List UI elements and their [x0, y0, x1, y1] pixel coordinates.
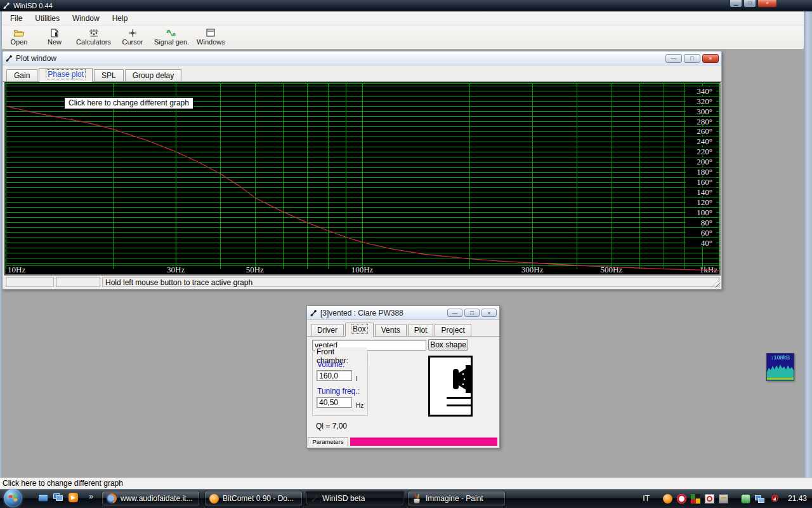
tray-remove-hardware-icon[interactable]	[741, 494, 750, 504]
plot-close-button[interactable]: ×	[702, 54, 719, 63]
volume-label: Volume:	[317, 360, 344, 369]
plot-tab-strip: Gain Phase plot SPL Group delay	[3, 65, 721, 82]
tab-phase-plot[interactable]: Phase plot	[39, 68, 93, 82]
menu-item-file[interactable]: File	[4, 13, 29, 24]
tray-volume-muted-icon[interactable]	[769, 494, 778, 504]
tray-blocked-app-icon[interactable]	[705, 494, 714, 504]
toolbar-button-calculators[interactable]: Calculators	[76, 27, 111, 48]
plot-minimize-button[interactable]: —	[665, 54, 682, 63]
tab-box[interactable]: Box	[345, 323, 374, 337]
svg-text:160°: 160°	[697, 177, 712, 187]
speaker-box-drawing	[430, 358, 471, 415]
wrench-icon	[310, 309, 317, 317]
svg-text:120°: 120°	[697, 197, 712, 207]
tray-quad-color-icon[interactable]	[691, 494, 700, 504]
language-indicator[interactable]: IT	[643, 494, 650, 503]
status-bar-text: Click here to change different graph	[3, 479, 123, 488]
tray-keyboard-icon[interactable]	[719, 494, 728, 504]
taskbar-button-browser[interactable]: www.audiofaidate.it...	[102, 491, 200, 506]
svg-text:180°: 180°	[697, 167, 712, 177]
parameters-accent-bar	[350, 438, 497, 446]
menu-bar: File Utilities Window Help	[0, 11, 812, 25]
ql-value-text: Ql = 7,00	[316, 422, 347, 431]
quick-launch-overflow-chevron[interactable]: »	[89, 491, 93, 501]
project-minimize-button[interactable]: —	[447, 309, 462, 317]
tray-network-icon[interactable]	[755, 494, 764, 504]
phase-plot-chart[interactable]: 340°320°300°280°260°240°220°200°180°160°…	[6, 83, 719, 274]
app-status-bar: Click here to change different graph	[0, 478, 812, 489]
tray-bitcomet-icon[interactable]	[663, 494, 672, 504]
media-player-icon[interactable]: ▶	[69, 493, 78, 502]
box-tab-content: Box shape Front chamber: Volume: l Tunin…	[307, 337, 499, 437]
svg-text:260°: 260°	[697, 126, 712, 136]
svg-text:40°: 40°	[701, 238, 712, 248]
tab-project[interactable]: Project	[435, 324, 471, 336]
project-restore-button[interactable]: □	[464, 309, 480, 317]
volume-input[interactable]	[317, 370, 352, 381]
show-desktop-icon[interactable]	[38, 494, 48, 502]
tab-vents[interactable]: Vents	[375, 324, 407, 336]
svg-text:50Hz: 50Hz	[246, 265, 264, 274]
tab-driver[interactable]: Driver	[311, 324, 344, 336]
parameters-tab[interactable]: Parameters	[308, 437, 348, 446]
taskbar-button-winisd[interactable]: WinISD beta	[306, 491, 404, 506]
plot-window-title-bar[interactable]: Plot window — □ ×	[3, 51, 721, 65]
taskbar-button-paint[interactable]: Immagine - Paint	[407, 491, 506, 506]
taskbar-button-bitcomet[interactable]: BitComet 0.90 - Do...	[204, 491, 303, 506]
plot-window-title: Plot window	[16, 54, 56, 63]
project-window-title-bar[interactable]: [3]vented : Ciare PW388 — □ ×	[307, 306, 499, 320]
system-tray: IT 21.43	[643, 489, 807, 508]
svg-text:340°: 340°	[697, 86, 712, 96]
calculator-icon	[89, 27, 99, 38]
tuning-freq-unit: Hz	[356, 402, 363, 409]
tray-antivirus-icon[interactable]	[677, 494, 686, 504]
plot-status-message: Hold left mouse button to trace active g…	[102, 277, 719, 287]
toolbar-button-cursor[interactable]: Cursor	[119, 27, 147, 48]
plot-status-bar: Hold left mouse button to trace active g…	[3, 276, 721, 288]
folder-open-icon	[13, 27, 25, 38]
toolbar-button-open[interactable]: Open	[5, 27, 33, 48]
tab-spl[interactable]: SPL	[94, 69, 124, 81]
tuning-freq-input[interactable]	[317, 397, 352, 408]
project-close-button[interactable]: ×	[481, 309, 497, 317]
toolbar-button-windows[interactable]: Windows	[197, 27, 225, 48]
app-window-title: WinISD 0.44	[13, 2, 53, 10]
traffic-monitor-widget[interactable]: ↓108kB	[766, 353, 794, 381]
maximize-button[interactable]: □	[743, 0, 756, 8]
plot-window: Plot window — □ × Gain Phase plot SPL Gr…	[2, 51, 722, 290]
firefox-icon	[107, 493, 117, 504]
svg-text:300Hz: 300Hz	[521, 265, 544, 274]
tab-group-delay[interactable]: Group delay	[125, 69, 181, 81]
crosshair-cursor-icon	[128, 27, 137, 38]
sine-wave-icon	[166, 27, 178, 38]
start-button[interactable]	[4, 489, 22, 507]
tab-plot[interactable]: Plot	[408, 324, 434, 336]
svg-text:200°: 200°	[697, 157, 712, 166]
menu-item-window[interactable]: Window	[66, 13, 106, 24]
tab-gain[interactable]: Gain	[6, 69, 37, 81]
svg-text:80°: 80°	[701, 218, 712, 227]
svg-text:300°: 300°	[697, 107, 712, 116]
toolbar-button-signal-gen[interactable]: Signal gen.	[154, 27, 189, 48]
winisd-app-icon	[3, 2, 10, 10]
svg-text:100°: 100°	[697, 208, 712, 217]
svg-text:60°: 60°	[701, 228, 712, 237]
toolbar: Open New Calculators Cursor Signal gen. …	[0, 25, 812, 50]
box-shape-diagram	[428, 356, 473, 417]
svg-text:280°: 280°	[697, 117, 712, 126]
switch-windows-icon[interactable]	[53, 493, 63, 502]
minimize-button[interactable]: ▁	[730, 0, 742, 8]
taskbar-clock[interactable]: 21.43	[788, 494, 807, 503]
menu-item-help[interactable]: Help	[106, 13, 134, 24]
close-button[interactable]: ×	[757, 0, 777, 8]
windows-flag-icon	[8, 494, 17, 502]
project-window: [3]vented : Ciare PW388 — □ × Driver Box…	[306, 305, 500, 448]
project-window-title: [3]vented : Ciare PW388	[320, 309, 403, 318]
traffic-graph	[767, 362, 794, 380]
menu-item-utilities[interactable]: Utilities	[29, 13, 66, 24]
svg-text:30Hz: 30Hz	[167, 265, 185, 274]
plot-restore-button[interactable]: □	[684, 54, 700, 63]
box-shape-button[interactable]: Box shape	[428, 339, 468, 351]
phase-plot-area[interactable]: 340°320°300°280°260°240°220°200°180°160°…	[4, 82, 721, 276]
toolbar-button-new[interactable]: New	[41, 27, 69, 48]
